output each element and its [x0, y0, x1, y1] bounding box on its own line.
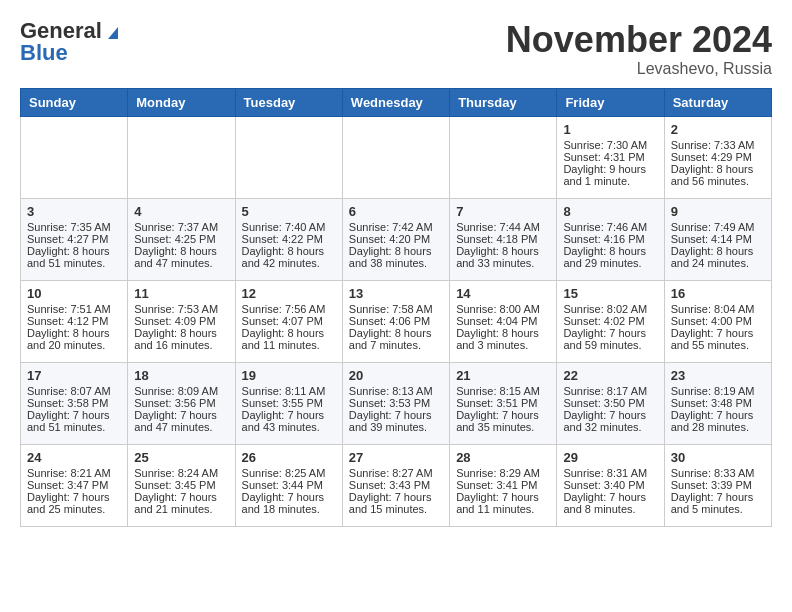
day-info: Sunset: 3:41 PM — [456, 479, 550, 491]
day-info: Sunset: 3:40 PM — [563, 479, 657, 491]
calendar-table: SundayMondayTuesdayWednesdayThursdayFrid… — [20, 88, 772, 527]
calendar-cell: 2Sunrise: 7:33 AMSunset: 4:29 PMDaylight… — [664, 116, 771, 198]
header-day-monday: Monday — [128, 88, 235, 116]
day-info: Daylight: 7 hours and 55 minutes. — [671, 327, 765, 351]
calendar-cell: 9Sunrise: 7:49 AMSunset: 4:14 PMDaylight… — [664, 198, 771, 280]
day-number: 23 — [671, 368, 765, 383]
day-info: Sunset: 3:50 PM — [563, 397, 657, 409]
day-info: Daylight: 7 hours and 43 minutes. — [242, 409, 336, 433]
calendar-cell: 22Sunrise: 8:17 AMSunset: 3:50 PMDayligh… — [557, 362, 664, 444]
day-info: Sunset: 4:18 PM — [456, 233, 550, 245]
day-number: 20 — [349, 368, 443, 383]
calendar-cell: 3Sunrise: 7:35 AMSunset: 4:27 PMDaylight… — [21, 198, 128, 280]
day-info: Sunrise: 8:09 AM — [134, 385, 228, 397]
logo-general-text: General — [20, 20, 102, 42]
calendar-cell — [342, 116, 449, 198]
header-day-sunday: Sunday — [21, 88, 128, 116]
day-info: Sunrise: 7:44 AM — [456, 221, 550, 233]
day-info: Daylight: 7 hours and 18 minutes. — [242, 491, 336, 515]
day-number: 24 — [27, 450, 121, 465]
calendar-cell: 21Sunrise: 8:15 AMSunset: 3:51 PMDayligh… — [450, 362, 557, 444]
day-number: 9 — [671, 204, 765, 219]
calendar-cell: 27Sunrise: 8:27 AMSunset: 3:43 PMDayligh… — [342, 444, 449, 526]
day-info: Sunset: 3:56 PM — [134, 397, 228, 409]
day-info: Sunset: 4:07 PM — [242, 315, 336, 327]
calendar-cell — [21, 116, 128, 198]
calendar-cell: 4Sunrise: 7:37 AMSunset: 4:25 PMDaylight… — [128, 198, 235, 280]
day-info: Daylight: 7 hours and 8 minutes. — [563, 491, 657, 515]
day-number: 14 — [456, 286, 550, 301]
day-number: 1 — [563, 122, 657, 137]
logo-blue-text: Blue — [20, 42, 68, 64]
day-info: Daylight: 8 hours and 16 minutes. — [134, 327, 228, 351]
day-info: Sunset: 3:48 PM — [671, 397, 765, 409]
day-info: Sunset: 4:20 PM — [349, 233, 443, 245]
day-number: 13 — [349, 286, 443, 301]
calendar-cell: 5Sunrise: 7:40 AMSunset: 4:22 PMDaylight… — [235, 198, 342, 280]
day-number: 27 — [349, 450, 443, 465]
day-info: Sunset: 3:44 PM — [242, 479, 336, 491]
calendar-cell: 15Sunrise: 8:02 AMSunset: 4:02 PMDayligh… — [557, 280, 664, 362]
day-info: Sunset: 4:02 PM — [563, 315, 657, 327]
day-info: Daylight: 8 hours and 51 minutes. — [27, 245, 121, 269]
day-info: Daylight: 7 hours and 51 minutes. — [27, 409, 121, 433]
day-number: 25 — [134, 450, 228, 465]
day-info: Daylight: 8 hours and 11 minutes. — [242, 327, 336, 351]
week-row-2: 3Sunrise: 7:35 AMSunset: 4:27 PMDaylight… — [21, 198, 772, 280]
calendar-cell: 1Sunrise: 7:30 AMSunset: 4:31 PMDaylight… — [557, 116, 664, 198]
day-info: Daylight: 8 hours and 38 minutes. — [349, 245, 443, 269]
day-info: Daylight: 7 hours and 15 minutes. — [349, 491, 443, 515]
day-info: Sunset: 3:58 PM — [27, 397, 121, 409]
day-info: Sunset: 4:04 PM — [456, 315, 550, 327]
day-number: 17 — [27, 368, 121, 383]
day-info: Sunrise: 8:13 AM — [349, 385, 443, 397]
day-info: Sunrise: 8:04 AM — [671, 303, 765, 315]
day-info: Sunrise: 8:33 AM — [671, 467, 765, 479]
day-info: Sunrise: 7:40 AM — [242, 221, 336, 233]
day-number: 19 — [242, 368, 336, 383]
day-info: Sunrise: 7:46 AM — [563, 221, 657, 233]
day-info: Sunrise: 8:21 AM — [27, 467, 121, 479]
day-number: 30 — [671, 450, 765, 465]
week-row-1: 1Sunrise: 7:30 AMSunset: 4:31 PMDaylight… — [21, 116, 772, 198]
day-info: Sunset: 4:31 PM — [563, 151, 657, 163]
day-info: Sunrise: 8:29 AM — [456, 467, 550, 479]
day-number: 28 — [456, 450, 550, 465]
day-number: 4 — [134, 204, 228, 219]
logo-triangle-icon — [104, 23, 122, 39]
day-number: 11 — [134, 286, 228, 301]
day-info: Daylight: 9 hours and 1 minute. — [563, 163, 657, 187]
day-number: 3 — [27, 204, 121, 219]
day-number: 16 — [671, 286, 765, 301]
day-info: Daylight: 8 hours and 56 minutes. — [671, 163, 765, 187]
day-info: Sunset: 4:14 PM — [671, 233, 765, 245]
day-info: Sunset: 3:39 PM — [671, 479, 765, 491]
calendar-cell — [128, 116, 235, 198]
location: Levashevo, Russia — [506, 60, 772, 78]
day-info: Daylight: 8 hours and 3 minutes. — [456, 327, 550, 351]
day-number: 10 — [27, 286, 121, 301]
day-info: Sunset: 3:47 PM — [27, 479, 121, 491]
day-info: Daylight: 7 hours and 5 minutes. — [671, 491, 765, 515]
header-day-wednesday: Wednesday — [342, 88, 449, 116]
calendar-cell: 25Sunrise: 8:24 AMSunset: 3:45 PMDayligh… — [128, 444, 235, 526]
day-info: Daylight: 7 hours and 35 minutes. — [456, 409, 550, 433]
day-info: Sunset: 3:51 PM — [456, 397, 550, 409]
week-row-4: 17Sunrise: 8:07 AMSunset: 3:58 PMDayligh… — [21, 362, 772, 444]
day-number: 6 — [349, 204, 443, 219]
header-day-saturday: Saturday — [664, 88, 771, 116]
day-info: Sunset: 4:22 PM — [242, 233, 336, 245]
calendar-cell: 23Sunrise: 8:19 AMSunset: 3:48 PMDayligh… — [664, 362, 771, 444]
day-info: Daylight: 7 hours and 59 minutes. — [563, 327, 657, 351]
day-number: 7 — [456, 204, 550, 219]
day-number: 26 — [242, 450, 336, 465]
calendar-cell: 29Sunrise: 8:31 AMSunset: 3:40 PMDayligh… — [557, 444, 664, 526]
calendar-cell — [235, 116, 342, 198]
header-day-thursday: Thursday — [450, 88, 557, 116]
day-info: Sunset: 3:55 PM — [242, 397, 336, 409]
day-info: Daylight: 7 hours and 47 minutes. — [134, 409, 228, 433]
day-number: 2 — [671, 122, 765, 137]
day-number: 29 — [563, 450, 657, 465]
day-info: Sunrise: 8:00 AM — [456, 303, 550, 315]
logo: General Blue — [20, 20, 122, 64]
